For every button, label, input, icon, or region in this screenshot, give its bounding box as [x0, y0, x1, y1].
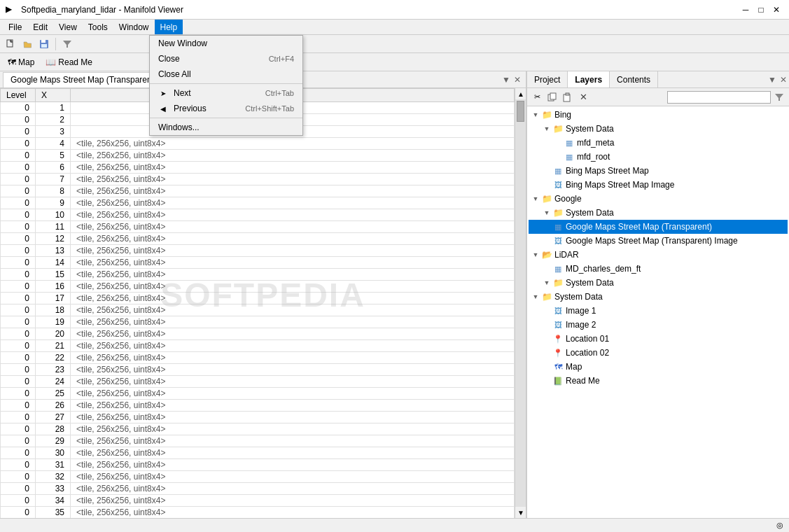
tree-item-readme[interactable]: 📗Read Me [529, 374, 788, 388]
tree-item-google[interactable]: ▼📁Google [529, 192, 788, 206]
scroll-up-button[interactable]: ▲ [515, 88, 526, 99]
tree-view[interactable]: ▼📁Bing▼📁System Data▦mfd_meta▦mfd_root▦Bi… [527, 106, 789, 518]
table-row[interactable]: 06<tile, 256x256, uint8x4> [1, 162, 515, 174]
scroll-down-button[interactable]: ▼ [515, 507, 526, 518]
tree-item-bing[interactable]: ▼📁Bing [529, 108, 788, 122]
table-row[interactable]: 09<tile, 256x256, uint8x4> [1, 197, 515, 209]
table-row[interactable]: 015<tile, 256x256, uint8x4> [1, 269, 515, 281]
table-row[interactable]: 016<tile, 256x256, uint8x4> [1, 281, 515, 293]
menu-previous[interactable]: ◀ Previous Ctrl+Shift+Tab [150, 101, 302, 116]
panel-dropdown-button[interactable]: ▼ [501, 74, 512, 85]
search-input[interactable] [667, 91, 771, 104]
table-row[interactable]: 07<tile, 256x256, uint8x4> [1, 174, 515, 186]
menu-close-all[interactable]: Close All [150, 66, 302, 82]
table-row[interactable]: 034<tile, 256x256, uint8x4> [1, 495, 515, 507]
table-row[interactable]: 022<tile, 256x256, uint8x4> [1, 352, 515, 364]
right-panel-dropdown[interactable]: ▼ [767, 74, 778, 85]
tree-expand-icon[interactable]: ▼ [530, 195, 541, 202]
table-row[interactable]: 018<tile, 256x256, uint8x4> [1, 304, 515, 316]
table-row[interactable]: 025<tile, 256x256, uint8x4> [1, 388, 515, 400]
table-row[interactable]: 021<tile, 256x256, uint8x4> [1, 340, 515, 352]
table-row[interactable]: 020<tile, 256x256, uint8x4> [1, 328, 515, 340]
search-filter-button[interactable] [772, 90, 786, 104]
table-row[interactable]: 024<tile, 256x256, uint8x4> [1, 376, 515, 388]
minimize-button[interactable]: ─ [739, 3, 753, 17]
table-row[interactable]: 019<tile, 256x256, uint8x4> [1, 316, 515, 328]
table-row[interactable]: 027<tile, 256x256, uint8x4> [1, 412, 515, 424]
tree-item-mfd-meta[interactable]: ▦mfd_meta [529, 136, 788, 150]
menu-tools[interactable]: Tools [83, 20, 113, 34]
tree-item-map-item[interactable]: 🗺Map [529, 360, 788, 374]
vertical-scrollbar[interactable]: ▲ ▼ [515, 88, 526, 518]
menu-close[interactable]: Close Ctrl+F4 [150, 51, 302, 66]
table-row[interactable]: 013<tile, 256x256, uint8x4> [1, 245, 515, 257]
tree-item-image2[interactable]: 🖼Image 2 [529, 318, 788, 332]
tree-item-google-maps-image[interactable]: 🖼Google Maps Street Map (Transparent) Im… [529, 234, 788, 248]
tree-item-image1[interactable]: 🖼Image 1 [529, 304, 788, 318]
tree-expand-icon[interactable]: ▼ [530, 251, 541, 258]
menu-view[interactable]: View [53, 20, 83, 34]
copy-button[interactable] [545, 90, 559, 104]
maximize-button[interactable]: □ [754, 3, 768, 17]
table-row[interactable]: 05<tile, 256x256, uint8x4> [1, 150, 515, 162]
tree-item-bing-maps[interactable]: ▦Bing Maps Street Map [529, 164, 788, 178]
table-row[interactable]: 028<tile, 256x256, uint8x4> [1, 424, 515, 435]
delete-button[interactable]: ✕ [576, 90, 590, 104]
data-table-wrapper[interactable]: Level X 01020304<tile, 256x256, uint8x4>… [0, 88, 515, 518]
table-row[interactable]: 010<tile, 256x256, uint8x4> [1, 209, 515, 221]
table-row[interactable]: 08<tile, 256x256, uint8x4> [1, 186, 515, 197]
tree-item-bing-maps-image[interactable]: 🖼Bing Maps Street Map Image [529, 178, 788, 192]
tree-item-google-maps-transparent[interactable]: ▦Google Maps Street Map (Transparent) [529, 220, 788, 234]
table-row[interactable]: 032<tile, 256x256, uint8x4> [1, 471, 515, 483]
close-button[interactable]: ✕ [769, 3, 783, 17]
table-row[interactable]: 029<tile, 256x256, uint8x4> [1, 435, 515, 447]
menu-new-window[interactable]: New Window [150, 36, 302, 51]
table-row[interactable]: 04<tile, 256x256, uint8x4> [1, 138, 515, 150]
table-row[interactable]: 031<tile, 256x256, uint8x4> [1, 459, 515, 471]
scroll-track[interactable] [515, 99, 526, 507]
tree-item-md-charles[interactable]: ▦MD_charles_dem_ft [529, 262, 788, 276]
table-row[interactable]: 035<tile, 256x256, uint8x4> [1, 507, 515, 519]
save-button[interactable] [36, 36, 52, 52]
table-row[interactable]: 014<tile, 256x256, uint8x4> [1, 257, 515, 269]
tree-item-location01[interactable]: 📍Location 01 [529, 332, 788, 346]
open-button[interactable] [20, 36, 35, 52]
map-button[interactable]: 🗺 Map [3, 55, 39, 70]
filter-button[interactable] [60, 36, 75, 52]
tree-item-lidar[interactable]: ▼📂LiDAR [529, 248, 788, 262]
new-button[interactable] [3, 36, 18, 52]
contents-tab[interactable]: Contents [610, 71, 658, 88]
menu-windows[interactable]: Windows... [150, 120, 302, 135]
tree-expand-icon[interactable]: ▼ [530, 111, 541, 118]
tree-item-bing-system[interactable]: ▼📁System Data [529, 122, 788, 136]
paste-button[interactable] [561, 90, 575, 104]
menu-help[interactable]: Help [155, 20, 183, 34]
tree-expand-icon[interactable]: ▼ [530, 293, 541, 300]
tree-expand-icon[interactable]: ▼ [541, 279, 552, 286]
tree-expand-icon[interactable]: ▼ [541, 209, 552, 216]
tree-item-system-data[interactable]: ▼📁System Data [529, 290, 788, 304]
tree-item-location02[interactable]: 📍Location 02 [529, 346, 788, 360]
table-row[interactable]: 017<tile, 256x256, uint8x4> [1, 293, 515, 304]
cut-button[interactable]: ✂ [530, 90, 544, 104]
readme-button[interactable]: 📖 Read Me [41, 55, 97, 70]
project-tab[interactable]: Project [527, 71, 568, 88]
layers-tab[interactable]: Layers [568, 71, 610, 88]
menu-window[interactable]: Window [113, 20, 155, 34]
table-row[interactable]: 033<tile, 256x256, uint8x4> [1, 483, 515, 495]
table-row[interactable]: 012<tile, 256x256, uint8x4> [1, 233, 515, 245]
menu-next[interactable]: ➤ Next Ctrl+Tab [150, 85, 302, 101]
scroll-thumb[interactable] [517, 101, 524, 122]
menu-edit[interactable]: Edit [27, 20, 53, 34]
tree-item-google-system[interactable]: ▼📁System Data [529, 206, 788, 220]
tree-item-lidar-system[interactable]: ▼📁System Data [529, 276, 788, 290]
menu-file[interactable]: File [3, 20, 27, 34]
table-row[interactable]: 011<tile, 256x256, uint8x4> [1, 221, 515, 233]
tree-item-mfd-root[interactable]: ▦mfd_root [529, 150, 788, 164]
table-row[interactable]: 026<tile, 256x256, uint8x4> [1, 400, 515, 412]
table-row[interactable]: 023<tile, 256x256, uint8x4> [1, 364, 515, 376]
table-row[interactable]: 030<tile, 256x256, uint8x4> [1, 447, 515, 459]
right-panel-close[interactable]: ✕ [778, 74, 789, 85]
tree-expand-icon[interactable]: ▼ [541, 125, 552, 132]
panel-close-button[interactable]: ✕ [512, 74, 523, 85]
